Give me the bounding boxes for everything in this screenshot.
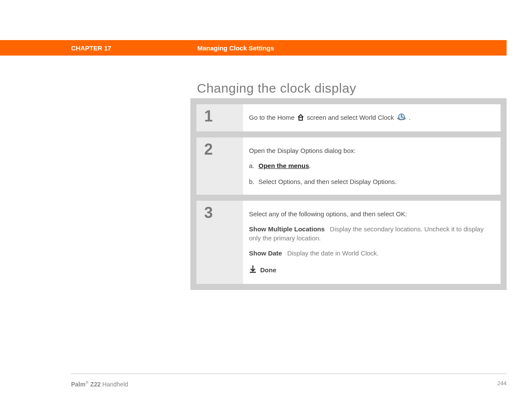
option-label: Show Date (249, 249, 282, 257)
step-body: Open the Display Options dialog box: a. … (243, 137, 501, 195)
step-body: Go to the Home screen and select World C… (243, 104, 501, 131)
done-label: Done (260, 265, 277, 274)
home-icon (297, 114, 304, 123)
sub-text: Select Options, and then select Display … (258, 177, 397, 186)
step-number: 1 (204, 109, 235, 124)
sub-item-b: b. Select Options, and then select Displ… (249, 177, 495, 186)
step-number-cell: 1 (196, 104, 243, 131)
option-label: Show Multiple Locations (249, 225, 325, 233)
step-row-1: 1 Go to the Home screen and select World… (196, 104, 501, 131)
text-fragment: screen and select World Clock (307, 114, 395, 121)
step-row-2: 2 Open the Display Options dialog box: a… (196, 137, 501, 195)
svg-rect-0 (299, 117, 302, 120)
option-row: Show DateDisplay the date in World Clock… (249, 249, 495, 258)
option-row: Show Multiple LocationsDisplay the secon… (249, 224, 495, 243)
open-menus-link[interactable]: Open the menus (258, 162, 309, 169)
brand-model: Z22 (89, 381, 101, 388)
done-arrow-icon (249, 265, 257, 275)
steps-container: 1 Go to the Home screen and select World… (190, 98, 507, 290)
text-fragment: . (309, 162, 311, 169)
world-clock-icon (397, 113, 406, 123)
step-number: 3 (204, 205, 235, 221)
page-heading: Changing the clock display (197, 81, 356, 96)
text-fragment: . (409, 114, 411, 121)
step-body: Select any of the following options, and… (243, 201, 501, 284)
brand-name: Palm (71, 381, 85, 388)
step-row-3: 3 Select any of the following options, a… (196, 201, 501, 284)
sub-content: Open the menus. (258, 161, 311, 170)
option-desc: Display the date in World Clock. (287, 249, 379, 257)
registered-mark: ® (85, 380, 88, 385)
chapter-number: CHAPTER 17 (71, 44, 197, 52)
text-fragment: Go to the Home (249, 114, 296, 121)
page-number: 244 (497, 380, 507, 388)
step-number-cell: 3 (196, 201, 243, 284)
step-intro: Select any of the following options, and… (249, 209, 495, 218)
footer: Palm® Z22 Handheld 244 (71, 380, 507, 388)
step-intro: Open the Display Options dialog box: (249, 146, 495, 155)
step-number-cell: 2 (196, 137, 243, 195)
brand-tail: Handheld (101, 381, 128, 388)
step-text: Go to the Home screen and select World C… (249, 113, 495, 123)
chapter-header: CHAPTER 17 Managing Clock Settings (0, 40, 507, 56)
step-number: 2 (204, 142, 235, 157)
done-row: Done (249, 265, 495, 275)
sub-item-a: a. Open the menus. (249, 161, 495, 170)
sub-letter: b. (249, 177, 258, 186)
footer-brand: Palm® Z22 Handheld (71, 380, 128, 388)
footer-rule (71, 374, 507, 374)
sub-letter: a. (249, 161, 258, 170)
sub-list: a. Open the menus. b. Select Options, an… (249, 161, 495, 186)
chapter-title: Managing Clock Settings (197, 44, 274, 52)
